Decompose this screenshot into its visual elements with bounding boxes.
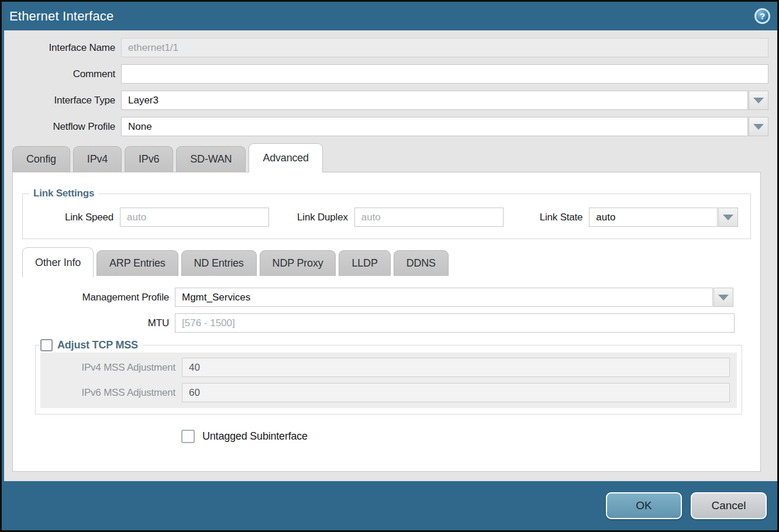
tab-ipv4[interactable]: IPv4: [73, 146, 122, 172]
untagged-subinterface-checkbox[interactable]: [181, 430, 195, 443]
link-speed-input[interactable]: [120, 208, 269, 227]
tab-config[interactable]: Config: [12, 146, 70, 172]
comment-input[interactable]: [121, 64, 768, 84]
interface-name-label: Interface Name: [12, 42, 121, 54]
chevron-down-icon: [753, 98, 764, 103]
tab-ipv6[interactable]: IPv6: [125, 146, 173, 172]
link-duplex-input[interactable]: [354, 208, 504, 227]
netflow-profile-row: Netflow Profile: [12, 117, 768, 136]
mtu-input[interactable]: [175, 313, 735, 333]
help-icon[interactable]: ?: [754, 8, 770, 24]
advanced-tab-panel: Link Settings Link Speed Link Duplex Lin…: [12, 172, 761, 472]
link-state-label: Link State: [540, 212, 590, 223]
untagged-subinterface-label: Untagged Subinterface: [202, 430, 308, 443]
adjust-tcp-mss-checkbox[interactable]: [40, 339, 53, 351]
subtab-lldp[interactable]: LLDP: [339, 250, 390, 276]
link-settings-row: Link Speed Link Duplex Link State: [23, 205, 750, 227]
cancel-button[interactable]: Cancel: [691, 492, 767, 519]
interface-name-row: Interface Name: [12, 38, 768, 57]
adjust-tcp-mss-title: Adjust TCP MSS: [57, 339, 138, 351]
chevron-down-icon: [753, 124, 764, 130]
netflow-profile-dropdown-button[interactable]: [749, 117, 768, 136]
mtu-label: MTU: [13, 317, 175, 329]
interface-type-row: Interface Type: [12, 91, 768, 110]
management-profile-dropdown-button[interactable]: [713, 288, 733, 307]
dialog-footer: OK Cancel: [2, 481, 777, 530]
untagged-subinterface-row: Untagged Subinterface: [181, 430, 760, 443]
management-profile-row: Management Profile: [13, 288, 760, 307]
adjust-tcp-mss-fieldset: Adjust TCP MSS IPv4 MSS Adjustment IPv6 …: [35, 339, 742, 414]
netflow-profile-label: Netflow Profile: [12, 121, 121, 133]
link-settings-legend: Link Settings: [29, 188, 98, 199]
ok-button[interactable]: OK: [606, 492, 682, 519]
ipv6-mss-label: IPv6 MSS Adjustment: [40, 387, 182, 399]
subtab-other-info[interactable]: Other Info: [22, 247, 94, 277]
interface-type-dropdown-button[interactable]: [749, 91, 768, 110]
tab-sdwan[interactable]: SD-WAN: [176, 146, 246, 172]
interface-name-input: [121, 38, 768, 57]
management-profile-select[interactable]: [175, 288, 713, 307]
form-area: Interface Name Comment Interface Type Ne…: [2, 30, 777, 481]
title-bar: Ethernet Interface ?: [2, 2, 777, 30]
main-tab-bar: Config IPv4 IPv6 SD-WAN Advanced: [12, 143, 768, 172]
ethernet-interface-dialog: Ethernet Interface ? Interface Name Comm…: [0, 0, 779, 532]
chevron-down-icon: [723, 215, 733, 220]
chevron-down-icon: [718, 295, 729, 300]
ipv6-mss-input: [182, 383, 730, 402]
link-state-dropdown-button[interactable]: [718, 208, 738, 227]
link-state-select[interactable]: [589, 208, 718, 227]
sub-tab-bar: Other Info ARP Entries ND Entries NDP Pr…: [22, 247, 760, 276]
interface-type-select[interactable]: [121, 91, 748, 110]
subtab-ddns[interactable]: DDNS: [394, 250, 449, 276]
management-profile-label: Management Profile: [13, 292, 175, 303]
comment-label: Comment: [12, 68, 121, 80]
subtab-nd-entries[interactable]: ND Entries: [181, 250, 257, 276]
link-duplex-label: Link Duplex: [297, 212, 354, 223]
ipv4-mss-input: [182, 358, 730, 377]
tab-advanced[interactable]: Advanced: [249, 143, 322, 172]
interface-type-label: Interface Type: [12, 95, 121, 106]
subtab-ndp-proxy[interactable]: NDP Proxy: [260, 250, 336, 276]
ipv4-mss-row: IPv4 MSS Adjustment: [40, 358, 730, 377]
ipv6-mss-row: IPv6 MSS Adjustment: [40, 383, 730, 402]
comment-row: Comment: [12, 64, 768, 84]
subtab-arp-entries[interactable]: ARP Entries: [96, 250, 178, 276]
adjust-tcp-mss-legend: Adjust TCP MSS: [39, 339, 143, 351]
mtu-row: MTU: [13, 313, 760, 333]
mss-fields-container: IPv4 MSS Adjustment IPv6 MSS Adjustment: [40, 353, 737, 408]
netflow-profile-select[interactable]: [121, 117, 748, 136]
link-speed-label: Link Speed: [65, 212, 120, 223]
other-info-panel: Management Profile MTU: [13, 276, 760, 443]
link-settings-fieldset: Link Settings Link Speed Link Duplex Lin…: [22, 188, 751, 239]
dialog-title: Ethernet Interface: [9, 9, 113, 24]
ipv4-mss-label: IPv4 MSS Adjustment: [40, 362, 182, 374]
